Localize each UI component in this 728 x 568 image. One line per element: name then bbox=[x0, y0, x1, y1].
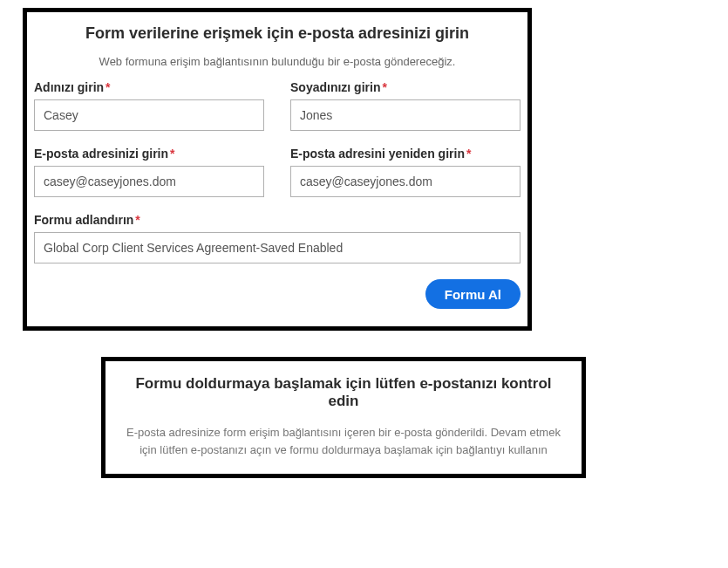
form-name-label: Formu adlandırın* bbox=[34, 213, 520, 227]
label-text: Formu adlandırın bbox=[34, 213, 133, 227]
panel-subtitle: Web formuna erişim bağlantısının bulundu… bbox=[27, 55, 527, 68]
confirmation-body: E-posta adresinize form erişim bağlantıs… bbox=[121, 424, 566, 458]
form-body: Adınızı girin* Soyadınızı girin* E-posta… bbox=[27, 80, 527, 263]
field-email-confirm: E-posta adresini yeniden girin* bbox=[290, 147, 520, 197]
field-first-name: Adınızı girin* bbox=[34, 80, 264, 131]
required-mark: * bbox=[466, 147, 471, 161]
get-form-button[interactable]: Formu Al bbox=[425, 279, 520, 309]
label-text: E-posta adresinizi girin bbox=[34, 147, 168, 161]
row-name: Adınızı girin* Soyadınızı girin* bbox=[34, 80, 520, 131]
required-mark: * bbox=[135, 213, 139, 227]
check-email-panel: Formu doldurmaya başlamak için lütfen e-… bbox=[101, 357, 586, 478]
button-row: Formu Al bbox=[27, 279, 527, 309]
required-mark: * bbox=[170, 147, 174, 161]
first-name-input[interactable] bbox=[34, 99, 264, 131]
last-name-label: Soyadınızı girin* bbox=[290, 80, 520, 94]
field-email: E-posta adresinizi girin* bbox=[34, 147, 264, 197]
field-form-name: Formu adlandırın* bbox=[34, 213, 520, 263]
email-confirm-input[interactable] bbox=[290, 166, 520, 197]
email-label: E-posta adresinizi girin* bbox=[34, 147, 264, 161]
first-name-label: Adınızı girin* bbox=[34, 80, 264, 94]
required-mark: * bbox=[105, 80, 110, 94]
form-name-input[interactable] bbox=[34, 232, 520, 263]
required-mark: * bbox=[382, 80, 386, 94]
email-confirm-label: E-posta adresini yeniden girin* bbox=[290, 147, 520, 161]
email-input[interactable] bbox=[34, 166, 264, 197]
field-last-name: Soyadınızı girin* bbox=[290, 80, 520, 131]
enter-email-panel: Form verilerine erişmek için e-posta adr… bbox=[23, 8, 532, 331]
row-form-name: Formu adlandırın* bbox=[34, 213, 520, 263]
label-text: E-posta adresini yeniden girin bbox=[290, 147, 465, 161]
label-text: Adınızı girin bbox=[34, 80, 104, 94]
row-email: E-posta adresinizi girin* E-posta adresi… bbox=[34, 147, 520, 197]
confirmation-title: Formu doldurmaya başlamak için lütfen e-… bbox=[121, 375, 566, 410]
last-name-input[interactable] bbox=[290, 99, 520, 131]
panel-title: Form verilerine erişmek için e-posta adr… bbox=[27, 24, 527, 43]
label-text: Soyadınızı girin bbox=[290, 80, 380, 94]
